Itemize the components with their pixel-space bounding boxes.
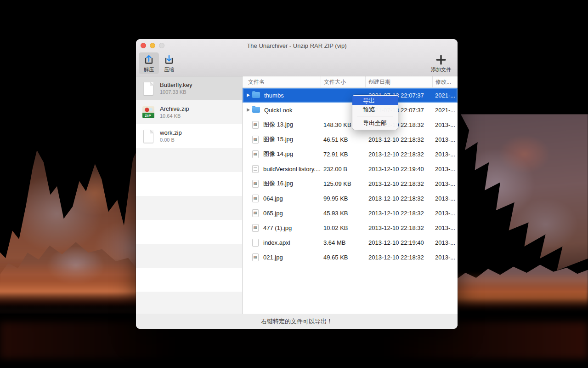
zoom-button[interactable] bbox=[159, 43, 164, 48]
archive-name: Butterfly.key bbox=[160, 81, 192, 89]
table-row[interactable]: 477 (1).jpg10.02 KB2013-12-10 22:18:3220… bbox=[243, 220, 458, 235]
disclosure-icon[interactable] bbox=[245, 107, 251, 113]
title-bar[interactable]: The Unarchiver - Unzip RAR ZIP (vip) bbox=[136, 39, 458, 52]
file-modified-date: 2013-... bbox=[432, 195, 458, 202]
file-modified-date: 2013-... bbox=[432, 136, 458, 143]
status-text: 右键特定的文件可以导出！ bbox=[261, 317, 333, 326]
wallpaper-rock-left-front bbox=[0, 226, 138, 314]
file-created-date: 2013-12-10 22:18:32 bbox=[365, 195, 432, 202]
file-modified-date: 2013-... bbox=[432, 239, 458, 246]
disclosure-icon[interactable] bbox=[245, 92, 251, 98]
file-modified-date: 2013-... bbox=[432, 210, 458, 217]
table-body: thumbs2021-07-13 22:07:372021-...QuickLo… bbox=[243, 88, 458, 314]
extract-label: 解压 bbox=[144, 66, 154, 73]
context-menu-separator bbox=[352, 114, 398, 119]
file-created-date: 2013-12-10 22:19:40 bbox=[365, 239, 432, 246]
archive-name: work.zip bbox=[160, 129, 182, 137]
file-created-date: 2013-12-10 22:18:32 bbox=[365, 180, 432, 187]
context-menu-item[interactable]: 导出全部 bbox=[352, 119, 398, 127]
table-row[interactable]: thumbs2021-07-13 22:07:372021-... bbox=[243, 88, 458, 103]
image-file-icon bbox=[251, 150, 260, 158]
file-modified-date: 2013-... bbox=[432, 151, 458, 158]
archive-size: 0.00 B bbox=[160, 137, 182, 143]
file-created-date: 2013-12-10 22:18:32 bbox=[365, 151, 432, 158]
file-name: 图像 16.jpg bbox=[263, 179, 293, 188]
column-header-modified[interactable]: 修改... bbox=[432, 76, 458, 87]
file-modified-date: 2021-... bbox=[432, 92, 458, 99]
file-size: 49.65 KB bbox=[321, 254, 365, 261]
file-name: 图像 13.jpg bbox=[263, 121, 293, 129]
file-name: QuickLook bbox=[264, 107, 292, 114]
sidebar-empty-area bbox=[136, 148, 242, 314]
file-modified-date: 2013-... bbox=[432, 166, 458, 172]
add-files-label: 添加文件 bbox=[431, 66, 451, 73]
image-file-icon bbox=[251, 121, 260, 129]
table-row[interactable]: 图像 13.jpg148.30 KB2013-12-10 22:18:32201… bbox=[243, 117, 458, 132]
toolbar: 解压 压缩 添加文件 bbox=[136, 52, 458, 76]
file-modified-date: 2013-... bbox=[432, 224, 458, 231]
image-file-icon bbox=[251, 209, 260, 217]
context-menu: 导出预览导出全部 bbox=[352, 95, 398, 130]
add-files-button[interactable]: 添加文件 bbox=[429, 52, 453, 74]
image-file-icon bbox=[251, 253, 260, 261]
status-bar: 右键特定的文件可以导出！ bbox=[136, 314, 458, 329]
traffic-lights bbox=[141, 43, 164, 48]
file-modified-date: 2021-... bbox=[432, 107, 458, 114]
file-size: 45.93 KB bbox=[321, 210, 365, 217]
extract-button[interactable]: 解压 bbox=[139, 52, 159, 74]
wallpaper-rock-right-ridge bbox=[455, 258, 588, 308]
file-size: 232.00 B bbox=[321, 166, 365, 172]
folder-icon bbox=[252, 106, 261, 114]
unarchiver-window: The Unarchiver - Unzip RAR ZIP (vip) 解压 bbox=[136, 39, 458, 329]
column-header-filename[interactable]: 文件名 bbox=[243, 76, 321, 87]
table-row[interactable]: index.apxl3.64 MB2013-12-10 22:19:402013… bbox=[243, 235, 458, 250]
compress-button[interactable]: 压缩 bbox=[159, 52, 179, 74]
file-size: 72.91 KB bbox=[321, 151, 365, 158]
table-row[interactable]: buildVersionHistory....232.00 B2013-12-1… bbox=[243, 161, 458, 176]
archive-size: 1007.33 KB bbox=[160, 89, 192, 95]
window-title: The Unarchiver - Unzip RAR ZIP (vip) bbox=[136, 42, 458, 49]
desktop: The Unarchiver - Unzip RAR ZIP (vip) 解压 bbox=[0, 0, 588, 368]
file-name: 065.jpg bbox=[263, 210, 283, 217]
table-row[interactable]: 021.jpg49.65 KB2013-12-10 22:18:322013-.… bbox=[243, 250, 458, 264]
table-row[interactable]: 图像 15.jpg46.51 KB2013-12-10 22:18:322013… bbox=[243, 132, 458, 147]
window-chrome: The Unarchiver - Unzip RAR ZIP (vip) 解压 bbox=[136, 39, 458, 76]
close-button[interactable] bbox=[141, 43, 146, 48]
file-name: 477 (1).jpg bbox=[263, 224, 292, 231]
compress-label: 压缩 bbox=[164, 66, 174, 73]
file-name: 图像 15.jpg bbox=[263, 135, 293, 144]
image-file-icon bbox=[251, 135, 260, 144]
file-name: index.apxl bbox=[263, 239, 290, 246]
sidebar-archive-item[interactable]: ZIPArchive.zip10.64 KB bbox=[136, 100, 242, 124]
table-row[interactable]: 图像 16.jpg125.09 KB2013-12-10 22:18:32201… bbox=[243, 176, 458, 191]
file-created-date: 2013-12-10 22:18:32 bbox=[365, 136, 432, 143]
context-menu-item[interactable]: 导出 bbox=[352, 96, 398, 105]
file-name: thumbs bbox=[264, 92, 284, 99]
compress-icon bbox=[163, 54, 175, 66]
folder-icon bbox=[252, 91, 261, 99]
minimize-button[interactable] bbox=[150, 43, 155, 48]
archive-sidebar: Butterfly.key1007.33 KBZIPArchive.zip10.… bbox=[136, 76, 243, 314]
wallpaper-grass-right bbox=[448, 272, 588, 312]
table-row[interactable]: 图像 14.jpg72.91 KB2013-12-10 22:18:322013… bbox=[243, 147, 458, 161]
document-file-icon bbox=[251, 238, 260, 247]
sidebar-archive-item[interactable]: Butterfly.key1007.33 KB bbox=[136, 76, 242, 100]
zip-archive-icon: ZIP bbox=[142, 105, 154, 119]
column-header-created[interactable]: 创建日期 bbox=[365, 76, 432, 87]
column-header-filesize[interactable]: 文件大小 bbox=[321, 76, 365, 87]
file-size: 3.64 MB bbox=[321, 239, 365, 246]
file-size: 10.02 KB bbox=[321, 224, 365, 231]
file-size: 125.09 KB bbox=[321, 180, 365, 187]
file-name: 图像 14.jpg bbox=[263, 150, 293, 158]
table-header: 文件名 文件大小 创建日期 修改... bbox=[243, 76, 458, 88]
context-menu-item[interactable]: 预览 bbox=[352, 105, 398, 114]
file-size: 46.51 KB bbox=[321, 136, 365, 143]
table-row[interactable]: QuickLook2021-07-13 22:07:372021-... bbox=[243, 103, 458, 117]
file-size: 99.95 KB bbox=[321, 195, 365, 202]
table-row[interactable]: 065.jpg45.93 KB2013-12-10 22:18:322013-.… bbox=[243, 206, 458, 220]
document-file-icon bbox=[251, 165, 260, 173]
sidebar-archive-item[interactable]: work.zip0.00 B bbox=[136, 124, 242, 148]
file-modified-date: 2013-... bbox=[432, 254, 458, 261]
wallpaper-rock-right bbox=[447, 114, 588, 315]
table-row[interactable]: 064.jpg99.95 KB2013-12-10 22:18:322013-.… bbox=[243, 191, 458, 206]
